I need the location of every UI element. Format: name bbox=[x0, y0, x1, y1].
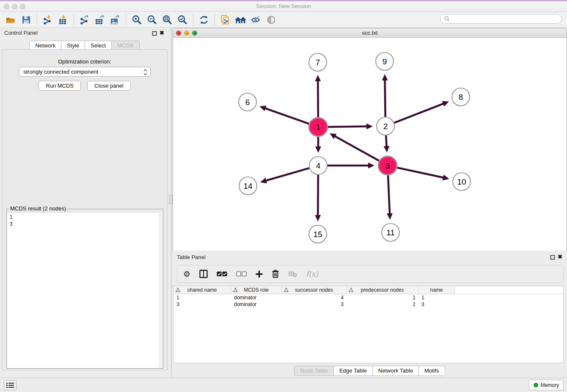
graph-node-label: 1 bbox=[316, 123, 321, 132]
import-network-button[interactable] bbox=[40, 14, 55, 26]
table-panel-close-icon[interactable]: ✖ bbox=[558, 254, 562, 259]
export-network-button[interactable] bbox=[77, 14, 92, 26]
run-mcds-button[interactable]: Run MCDS bbox=[39, 81, 81, 91]
memory-button[interactable]: Memory bbox=[529, 380, 564, 390]
export-image-button[interactable] bbox=[107, 14, 123, 26]
table-panel-float-icon[interactable] bbox=[550, 255, 555, 260]
graph-edge-arrowhead bbox=[315, 215, 321, 221]
graph-edge-arrowhead bbox=[259, 105, 266, 111]
graph-edge[interactable] bbox=[388, 175, 390, 215]
graph-edge[interactable] bbox=[318, 80, 318, 117]
toolbar-separator bbox=[215, 14, 215, 25]
mcds-result-list[interactable]: 13 bbox=[7, 213, 162, 368]
refresh-layout-button[interactable] bbox=[196, 14, 212, 26]
zoom-in-button[interactable] bbox=[129, 14, 144, 26]
open-session-button[interactable] bbox=[3, 14, 19, 26]
mcds-result-box: MCDS result (2 nodes) 13 bbox=[6, 209, 163, 369]
table-tabs: Node Table Edge Table Network Table Moti… bbox=[173, 366, 567, 376]
import-table-button[interactable] bbox=[55, 14, 71, 26]
graph-node-label: 9 bbox=[383, 57, 387, 66]
table-cell[interactable]: dominator bbox=[231, 294, 282, 301]
save-icon bbox=[22, 16, 30, 24]
table-cell[interactable]: 3 bbox=[418, 301, 455, 308]
zoom-out-button[interactable] bbox=[144, 14, 160, 26]
mcds-result-title: MCDS result (2 nodes) bbox=[9, 205, 67, 212]
control-panel-float-icon[interactable] bbox=[152, 31, 157, 36]
graph-edge-arrowhead bbox=[443, 175, 449, 181]
tab-node-table[interactable]: Node Table bbox=[294, 366, 334, 376]
toolbar-separator bbox=[126, 14, 126, 25]
show-graphics-button[interactable] bbox=[264, 14, 279, 26]
add-row-button[interactable] bbox=[256, 271, 263, 278]
import-table-icon bbox=[58, 15, 68, 25]
graph-edge[interactable] bbox=[334, 136, 379, 161]
hide-graphics-button[interactable] bbox=[248, 14, 264, 26]
table-cell[interactable]: 4 bbox=[282, 294, 347, 301]
tab-network-table[interactable]: Network Table bbox=[372, 366, 419, 376]
table-cell[interactable]: 1 bbox=[173, 294, 231, 301]
graph-edge[interactable] bbox=[394, 103, 444, 123]
graph-edge[interactable] bbox=[264, 108, 309, 124]
eye-slash-icon bbox=[251, 15, 261, 25]
graph-edge[interactable] bbox=[318, 175, 318, 216]
result-scrollbar[interactable] bbox=[159, 213, 162, 368]
graph-edge[interactable] bbox=[328, 127, 368, 127]
table-cell[interactable]: 2 bbox=[347, 301, 418, 308]
delete-table-button[interactable] bbox=[288, 271, 297, 277]
column-label: successor nodes bbox=[295, 287, 333, 293]
toolbar-separator bbox=[37, 14, 37, 25]
column-header-predecessor-nodes[interactable]: predecessor nodes bbox=[347, 286, 418, 294]
criterion-select[interactable]: strongly connected component bbox=[19, 67, 151, 77]
trash-icon bbox=[272, 270, 279, 278]
select-all-button[interactable] bbox=[217, 271, 227, 276]
table-cell[interactable]: 3 bbox=[282, 301, 347, 308]
deselect-all-button[interactable] bbox=[236, 271, 247, 276]
table-row[interactable]: 1dominator411 bbox=[173, 294, 563, 301]
graph-edge[interactable] bbox=[397, 168, 444, 178]
delete-row-button[interactable] bbox=[272, 270, 279, 278]
column-header-name[interactable]: name bbox=[418, 286, 455, 294]
graph-edge-arrowhead bbox=[315, 75, 321, 81]
tab-edge-table[interactable]: Edge Table bbox=[333, 366, 373, 376]
column-header-mcds-role[interactable]: MCDS role bbox=[231, 286, 282, 294]
column-header-shared-name[interactable]: shared name bbox=[173, 286, 231, 294]
network-window-title: scc.txt bbox=[173, 30, 567, 36]
table-settings-button[interactable]: ⚙ bbox=[183, 270, 190, 278]
home-button[interactable] bbox=[233, 14, 248, 26]
show-panel-list-button[interactable] bbox=[4, 380, 17, 390]
column-label: MCDS role bbox=[244, 287, 269, 293]
table-cell[interactable]: 1 bbox=[418, 294, 455, 301]
tab-motifs[interactable]: Motifs bbox=[418, 366, 445, 376]
window-title: Session: New Session bbox=[0, 3, 567, 9]
zoom-selected-button[interactable] bbox=[175, 14, 190, 26]
table-cell[interactable]: 1 bbox=[347, 294, 418, 301]
graph-edge[interactable] bbox=[265, 168, 309, 181]
show-columns-button[interactable] bbox=[199, 270, 208, 278]
table-cell[interactable]: 3 bbox=[173, 301, 231, 308]
search-input[interactable] bbox=[450, 14, 561, 23]
import-network-icon bbox=[43, 15, 53, 25]
checked-boxes-icon bbox=[217, 271, 227, 276]
graph-edge-arrowhead bbox=[387, 213, 393, 220]
graph-edge[interactable] bbox=[385, 79, 385, 117]
graph-edge-arrowhead bbox=[260, 178, 267, 183]
unchecked-boxes-icon bbox=[236, 271, 247, 276]
function-builder-button[interactable]: f(x) bbox=[306, 270, 318, 278]
search-field[interactable] bbox=[440, 14, 562, 24]
zoom-fit-button[interactable] bbox=[160, 14, 175, 26]
vertical-splitter-handle[interactable] bbox=[169, 195, 173, 204]
network-canvas[interactable]: 7968124314101511 bbox=[173, 38, 567, 251]
close-panel-button[interactable]: Close panel bbox=[87, 81, 131, 91]
table-row[interactable]: 3dominator323 bbox=[173, 301, 563, 308]
network-window-titlebar[interactable]: scc.txt bbox=[173, 28, 567, 38]
columns-icon bbox=[199, 270, 208, 278]
save-session-button[interactable] bbox=[19, 14, 34, 26]
graph-edge[interactable] bbox=[386, 135, 387, 147]
control-panel-close-icon[interactable]: ✖ bbox=[160, 30, 164, 36]
column-label: name bbox=[430, 287, 443, 293]
column-header-successor-nodes[interactable]: successor nodes bbox=[282, 286, 347, 294]
table-header-row: shared name MCDS role successor nodes pr… bbox=[173, 286, 563, 294]
clone-network-button[interactable] bbox=[218, 14, 233, 26]
table-cell[interactable]: dominator bbox=[231, 301, 282, 308]
export-table-button[interactable] bbox=[92, 14, 107, 26]
